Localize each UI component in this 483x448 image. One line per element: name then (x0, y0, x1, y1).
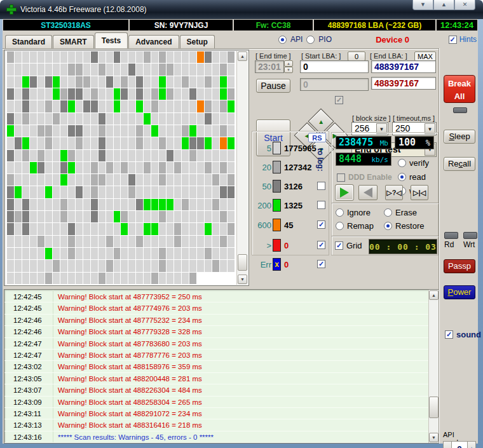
ignore-radio[interactable] (336, 208, 344, 217)
map-block (182, 125, 189, 137)
tab-setup[interactable]: Setup (180, 35, 215, 48)
verify-radio[interactable] (398, 159, 406, 167)
break-all-button[interactable]: BreakAll (444, 75, 475, 103)
restore-radio[interactable] (384, 222, 392, 230)
map-block (45, 64, 52, 75)
start-lba-input[interactable]: 0 (300, 60, 369, 73)
minimize-button[interactable]: ▼ (412, 0, 433, 10)
play-button[interactable] (336, 185, 353, 200)
map-block (106, 162, 113, 173)
scroll-up-icon[interactable]: ▲ (238, 51, 247, 61)
log-scrollbar[interactable]: ▲ ▼ (428, 290, 439, 443)
scrollbar-thumb[interactable] (238, 254, 247, 271)
butterfly-seek-button[interactable]: ▷|◁ (411, 185, 428, 200)
map-block (7, 186, 14, 198)
pause-button[interactable]: Pause (256, 79, 290, 93)
scroll-down-icon[interactable]: ▼ (238, 275, 247, 284)
scrollbar-thumb[interactable] (429, 397, 439, 418)
scroll-up-icon[interactable]: ▲ (429, 290, 439, 300)
drive-capacity: 488397168 LBA (~232 GB) (314, 20, 435, 31)
map-block (212, 137, 219, 149)
max-button[interactable]: MAX (414, 51, 436, 61)
erase-radio[interactable] (384, 208, 392, 217)
map-block (37, 211, 44, 222)
tab-smart[interactable]: SMART (53, 35, 94, 48)
tab-advanced[interactable]: Advanced (128, 35, 179, 48)
map-block (37, 76, 44, 88)
map-block (136, 100, 143, 112)
map-block (174, 248, 181, 259)
map-block (197, 162, 204, 173)
tab-standard[interactable]: Standard (5, 35, 52, 48)
increment-button[interactable]: + (467, 441, 476, 448)
map-block (159, 260, 166, 271)
log-time: 12:43:11 (13, 408, 41, 419)
to-log-checkbox[interactable] (317, 201, 325, 209)
start-lba-zero-button[interactable]: 0 (348, 51, 365, 61)
map-block (189, 137, 196, 149)
map-block (205, 51, 212, 63)
map-block (30, 186, 37, 198)
map-block (167, 125, 173, 137)
map-block (60, 236, 67, 247)
map-block (76, 211, 83, 222)
map-block (76, 113, 83, 125)
reverse-icon (364, 187, 372, 198)
end-time-field[interactable]: 23:01 (255, 60, 284, 73)
map-block (151, 88, 158, 100)
maximize-button[interactable]: ▲ (433, 0, 454, 10)
pio-radio[interactable] (306, 36, 315, 44)
to-log-checkbox[interactable]: ✓ (317, 221, 325, 229)
map-block (37, 125, 44, 137)
map-block (189, 76, 196, 88)
loop-checkbox[interactable]: ✓ (335, 96, 343, 104)
map-block (68, 100, 75, 112)
end-time-spinner[interactable]: ▲ ▼ (284, 60, 293, 73)
map-block (53, 113, 60, 125)
to-log-checkbox[interactable] (317, 182, 325, 190)
map-block (228, 186, 235, 198)
map-block (83, 150, 90, 161)
end-lba-input[interactable]: 488397167 (371, 60, 436, 73)
grid-checkbox[interactable]: ✓ (335, 241, 343, 250)
random-seek-button[interactable]: ▷?◁ (385, 185, 403, 200)
sound-checkbox[interactable]: ✓ (445, 330, 453, 339)
current-lba-field: 0 (300, 78, 369, 91)
sleep-button[interactable]: Sleep (444, 130, 475, 144)
ddd-enable-checkbox[interactable] (337, 173, 345, 182)
map-block (99, 211, 105, 222)
map-block (121, 236, 128, 247)
remap-radio[interactable] (336, 222, 344, 230)
passp-button[interactable]: Passp (444, 259, 475, 273)
scroll-down-icon[interactable]: ▼ (429, 433, 439, 442)
map-block (60, 88, 67, 100)
map-block (7, 211, 14, 222)
map-block (68, 150, 75, 161)
tab-tests[interactable]: Tests (95, 32, 128, 48)
decrement-button[interactable]: − (443, 441, 452, 448)
api-radio[interactable] (278, 36, 287, 44)
block-map-scrollbar[interactable]: ▲ ▼ (236, 51, 248, 285)
map-block (114, 88, 121, 100)
power-button[interactable]: Power (444, 285, 475, 299)
map-block (121, 162, 128, 173)
bucket-label: 5 (252, 144, 271, 153)
close-button[interactable]: ✕ (454, 0, 475, 10)
read-radio[interactable] (398, 173, 406, 181)
action-option-remap: Remap (336, 221, 384, 231)
up-arrow-icon: ▲ (318, 118, 324, 125)
hints-checkbox[interactable]: ✓ (449, 36, 457, 44)
log-time: 12:43:07 (13, 384, 42, 396)
map-block (159, 186, 166, 198)
to-log-checkbox[interactable]: ✓ (317, 260, 325, 268)
map-block (99, 137, 105, 149)
mode-option-read: read (398, 170, 429, 184)
to-log-checkbox[interactable]: ✓ (317, 241, 325, 249)
map-block (144, 211, 151, 222)
map-block (205, 100, 212, 112)
reverse-button[interactable] (358, 185, 378, 200)
map-block (114, 76, 121, 88)
title-bar[interactable]: Victoria 4.46b Freeware (12.08.2008) ▼ ▲… (0, 0, 483, 19)
recall-button[interactable]: Recall (444, 157, 475, 171)
rs-button[interactable]: RS (308, 133, 326, 142)
